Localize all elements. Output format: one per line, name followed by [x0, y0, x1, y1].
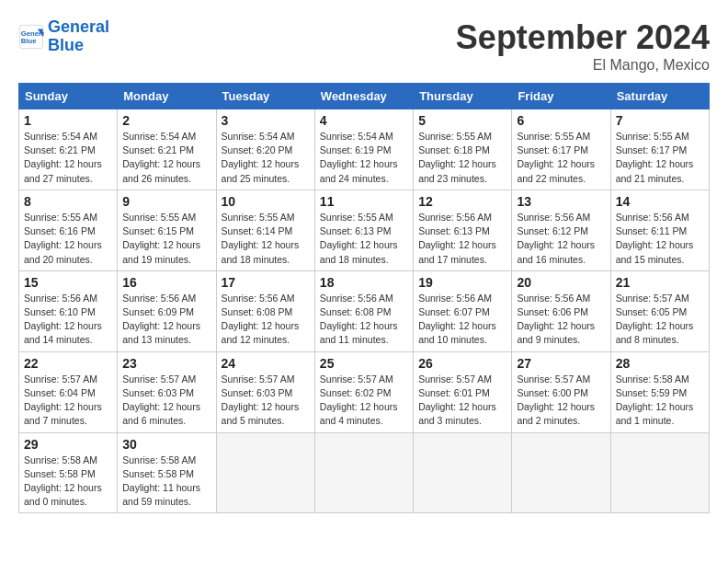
day-info: Sunrise: 5:56 AM Sunset: 6:09 PM Dayligh… [122, 292, 210, 348]
logo-icon: General Blue [18, 24, 44, 50]
day-info: Sunrise: 5:54 AM Sunset: 6:20 PM Dayligh… [222, 130, 310, 186]
day-cell [314, 432, 413, 513]
day-cell: 15Sunrise: 5:56 AM Sunset: 6:10 PM Dayli… [19, 270, 118, 351]
weekday-header-monday: Monday [118, 84, 216, 109]
day-cell: 4Sunrise: 5:54 AM Sunset: 6:19 PM Daylig… [314, 109, 413, 190]
day-number: 21 [616, 275, 704, 290]
day-cell [216, 432, 314, 513]
day-cell: 14Sunrise: 5:56 AM Sunset: 6:11 PM Dayli… [610, 190, 709, 270]
day-cell: 20Sunrise: 5:56 AM Sunset: 6:06 PM Dayli… [512, 270, 610, 351]
day-cell: 11Sunrise: 5:55 AM Sunset: 6:13 PM Dayli… [314, 190, 413, 270]
day-info: Sunrise: 5:56 AM Sunset: 6:08 PM Dayligh… [222, 292, 310, 348]
day-cell: 22Sunrise: 5:57 AM Sunset: 6:04 PM Dayli… [19, 351, 118, 432]
day-info: Sunrise: 5:55 AM Sunset: 6:17 PM Dayligh… [616, 130, 704, 186]
day-cell: 19Sunrise: 5:56 AM Sunset: 6:07 PM Dayli… [414, 270, 512, 351]
day-number: 6 [517, 113, 605, 128]
week-row-4: 22Sunrise: 5:57 AM Sunset: 6:04 PM Dayli… [19, 351, 710, 432]
day-cell: 29Sunrise: 5:58 AM Sunset: 5:58 PM Dayli… [19, 432, 118, 513]
day-info: Sunrise: 5:54 AM Sunset: 6:21 PM Dayligh… [24, 130, 112, 186]
week-row-3: 15Sunrise: 5:56 AM Sunset: 6:10 PM Dayli… [19, 270, 710, 351]
day-number: 30 [122, 437, 210, 452]
day-info: Sunrise: 5:56 AM Sunset: 6:13 PM Dayligh… [418, 211, 506, 267]
day-number: 23 [122, 356, 210, 371]
day-number: 18 [320, 275, 408, 290]
day-cell: 9Sunrise: 5:55 AM Sunset: 6:15 PM Daylig… [118, 190, 216, 270]
day-cell: 18Sunrise: 5:56 AM Sunset: 6:08 PM Dayli… [314, 270, 413, 351]
day-cell: 8Sunrise: 5:55 AM Sunset: 6:16 PM Daylig… [19, 190, 118, 270]
weekday-header-wednesday: Wednesday [314, 84, 413, 109]
day-number: 8 [24, 194, 112, 209]
header: General Blue General Blue September 2024… [18, 18, 710, 74]
day-info: Sunrise: 5:56 AM Sunset: 6:07 PM Dayligh… [418, 292, 506, 348]
day-cell: 27Sunrise: 5:57 AM Sunset: 6:00 PM Dayli… [512, 351, 610, 432]
day-cell: 21Sunrise: 5:57 AM Sunset: 6:05 PM Dayli… [610, 270, 709, 351]
day-info: Sunrise: 5:55 AM Sunset: 6:13 PM Dayligh… [320, 211, 408, 267]
day-number: 5 [418, 113, 506, 128]
month-title: September 2024 [456, 18, 710, 57]
day-number: 13 [517, 194, 605, 209]
svg-text:Blue: Blue [21, 37, 37, 45]
calendar-table: SundayMondayTuesdayWednesdayThursdayFrid… [18, 83, 710, 513]
day-number: 1 [24, 113, 112, 128]
day-number: 29 [24, 437, 112, 452]
day-cell: 24Sunrise: 5:57 AM Sunset: 6:03 PM Dayli… [216, 351, 314, 432]
day-number: 14 [616, 194, 704, 209]
day-cell: 2Sunrise: 5:54 AM Sunset: 6:21 PM Daylig… [118, 109, 216, 190]
week-row-2: 8Sunrise: 5:55 AM Sunset: 6:16 PM Daylig… [19, 190, 710, 270]
day-info: Sunrise: 5:55 AM Sunset: 6:14 PM Dayligh… [222, 211, 310, 267]
day-number: 28 [616, 356, 704, 371]
weekday-header-sunday: Sunday [19, 84, 118, 109]
day-number: 9 [122, 194, 210, 209]
day-cell: 1Sunrise: 5:54 AM Sunset: 6:21 PM Daylig… [19, 109, 118, 190]
day-info: Sunrise: 5:56 AM Sunset: 6:06 PM Dayligh… [517, 292, 605, 348]
day-info: Sunrise: 5:54 AM Sunset: 6:19 PM Dayligh… [320, 130, 408, 186]
day-number: 22 [24, 356, 112, 371]
day-cell: 16Sunrise: 5:56 AM Sunset: 6:09 PM Dayli… [118, 270, 216, 351]
day-info: Sunrise: 5:56 AM Sunset: 6:11 PM Dayligh… [616, 211, 704, 267]
day-info: Sunrise: 5:58 AM Sunset: 5:58 PM Dayligh… [24, 454, 112, 510]
day-cell: 30Sunrise: 5:58 AM Sunset: 5:58 PM Dayli… [118, 432, 216, 513]
day-number: 26 [418, 356, 506, 371]
day-number: 11 [320, 194, 408, 209]
day-cell: 3Sunrise: 5:54 AM Sunset: 6:20 PM Daylig… [216, 109, 314, 190]
weekday-header-saturday: Saturday [610, 84, 709, 109]
day-cell: 5Sunrise: 5:55 AM Sunset: 6:18 PM Daylig… [414, 109, 512, 190]
day-info: Sunrise: 5:57 AM Sunset: 6:03 PM Dayligh… [222, 373, 310, 429]
day-cell: 7Sunrise: 5:55 AM Sunset: 6:17 PM Daylig… [610, 109, 709, 190]
day-info: Sunrise: 5:57 AM Sunset: 6:05 PM Dayligh… [616, 292, 704, 348]
day-info: Sunrise: 5:58 AM Sunset: 5:59 PM Dayligh… [616, 373, 704, 429]
day-number: 25 [320, 356, 408, 371]
day-info: Sunrise: 5:57 AM Sunset: 6:00 PM Dayligh… [517, 373, 605, 429]
day-number: 24 [222, 356, 310, 371]
day-info: Sunrise: 5:55 AM Sunset: 6:18 PM Dayligh… [418, 130, 506, 186]
day-number: 20 [517, 275, 605, 290]
day-info: Sunrise: 5:54 AM Sunset: 6:21 PM Dayligh… [122, 130, 210, 186]
location-title: El Mango, Mexico [456, 57, 710, 74]
title-area: September 2024 El Mango, Mexico [456, 18, 710, 74]
day-cell [512, 432, 610, 513]
day-number: 27 [517, 356, 605, 371]
day-info: Sunrise: 5:57 AM Sunset: 6:03 PM Dayligh… [122, 373, 210, 429]
day-cell [414, 432, 512, 513]
week-row-5: 29Sunrise: 5:58 AM Sunset: 5:58 PM Dayli… [19, 432, 710, 513]
day-number: 16 [122, 275, 210, 290]
day-info: Sunrise: 5:57 AM Sunset: 6:01 PM Dayligh… [418, 373, 506, 429]
day-info: Sunrise: 5:57 AM Sunset: 6:04 PM Dayligh… [24, 373, 112, 429]
day-number: 15 [24, 275, 112, 290]
day-cell: 28Sunrise: 5:58 AM Sunset: 5:59 PM Dayli… [610, 351, 709, 432]
day-cell: 10Sunrise: 5:55 AM Sunset: 6:14 PM Dayli… [216, 190, 314, 270]
weekday-header-tuesday: Tuesday [216, 84, 314, 109]
day-info: Sunrise: 5:56 AM Sunset: 6:12 PM Dayligh… [517, 211, 605, 267]
day-cell: 26Sunrise: 5:57 AM Sunset: 6:01 PM Dayli… [414, 351, 512, 432]
day-number: 3 [222, 113, 310, 128]
day-info: Sunrise: 5:57 AM Sunset: 6:02 PM Dayligh… [320, 373, 408, 429]
weekday-header-thursday: Thursday [414, 84, 512, 109]
day-cell: 6Sunrise: 5:55 AM Sunset: 6:17 PM Daylig… [512, 109, 610, 190]
logo: General Blue General Blue [18, 18, 109, 55]
day-info: Sunrise: 5:55 AM Sunset: 6:16 PM Dayligh… [24, 211, 112, 267]
day-number: 7 [616, 113, 704, 128]
day-cell: 17Sunrise: 5:56 AM Sunset: 6:08 PM Dayli… [216, 270, 314, 351]
day-number: 2 [122, 113, 210, 128]
weekday-header-friday: Friday [512, 84, 610, 109]
logo-line1: General [48, 17, 109, 36]
